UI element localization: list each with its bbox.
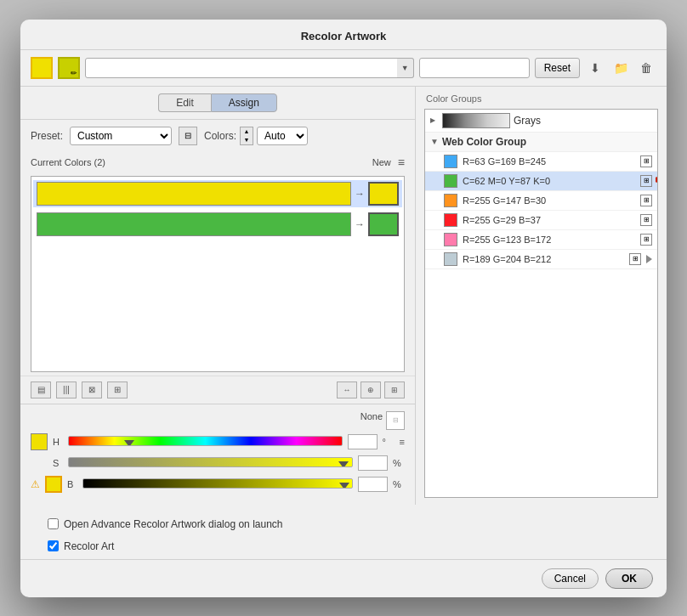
- preset-icon-btn[interactable]: ⊟: [179, 127, 197, 145]
- advance-checkbox-label: Open Advance Recolor Artwork dialog on l…: [64, 518, 283, 530]
- h-color-swatch: [31, 433, 48, 450]
- color-item-name-2: C=62 M=0 Y=87 K=0: [463, 176, 635, 186]
- color-item-icon-2[interactable]: ⊞: [640, 175, 652, 187]
- color-item-icon-3[interactable]: ⊞: [640, 195, 652, 206]
- s-value-input[interactable]: 100: [358, 455, 388, 471]
- h-track: [68, 436, 343, 446]
- triangle-right-icon[interactable]: [646, 255, 652, 263]
- grays-group-row[interactable]: ▶ Grays: [425, 110, 657, 133]
- footer: Cancel OK: [20, 559, 667, 597]
- color-item-icon-1[interactable]: ⊞: [640, 155, 652, 167]
- b-slider[interactable]: [82, 478, 353, 490]
- s-slider[interactable]: [68, 457, 353, 469]
- b-thumb: [339, 483, 349, 489]
- new-color-box-2[interactable]: [368, 212, 399, 236]
- b-value-input[interactable]: 100: [358, 477, 388, 492]
- color-item-name-4: R=255 G=29 B=37: [463, 215, 635, 225]
- toolbar: ✏ ▼ Artwork colors Reset ⬇ 📁 🗑: [20, 50, 667, 87]
- arrow-icon-1: →: [355, 188, 365, 200]
- grays-label: Grays: [514, 115, 652, 127]
- s-label: S: [53, 458, 63, 468]
- artwork-color-icon1[interactable]: [31, 57, 53, 79]
- web-group-header[interactable]: ▼ Web Color Group: [425, 133, 657, 152]
- resize-icon[interactable]: ↔: [337, 381, 357, 398]
- new-color-box-1[interactable]: [368, 182, 399, 206]
- h-value-input[interactable]: 60: [348, 434, 378, 449]
- row-icon-1[interactable]: ▤: [31, 381, 51, 398]
- auto-select[interactable]: Auto: [257, 127, 308, 145]
- s-thumb: [338, 461, 349, 467]
- right-panel: Color Groups ▶ Grays ▼ Web Color Group R…: [416, 87, 667, 505]
- dropdown-arrow[interactable]: ▼: [397, 58, 414, 78]
- current-color-bar-1[interactable]: [37, 182, 351, 206]
- colors-section: Colors: ▲ ▼ Auto: [204, 127, 308, 145]
- artwork-color-icon2[interactable]: ✏: [58, 57, 80, 79]
- b-color-swatch: [45, 476, 62, 493]
- color-item-icon-5[interactable]: ⊞: [640, 234, 652, 246]
- left-panel: Edit Assign Preset: Custom ⊟ Colors: ▲ ▼: [20, 87, 416, 505]
- color-row[interactable]: →: [33, 180, 402, 207]
- color-groups-label: Color Groups: [424, 93, 658, 104]
- color-item-row[interactable]: R=63 G=169 B=245 ⊞: [425, 152, 657, 172]
- row-icon-4[interactable]: ⊞: [107, 381, 128, 398]
- tab-bar: Edit Assign: [20, 87, 415, 120]
- color-row[interactable]: →: [33, 211, 402, 238]
- color-groups-area: ▶ Grays ▼ Web Color Group R=63 G=169 B=2…: [424, 109, 658, 498]
- colors-label: Colors:: [204, 130, 236, 142]
- h-menu-icon[interactable]: ≡: [400, 437, 405, 447]
- reset-button[interactable]: Reset: [535, 58, 580, 78]
- none-row: None ⊟: [31, 411, 405, 430]
- advance-checkbox[interactable]: [48, 518, 59, 529]
- color-item-row[interactable]: R=255 G=29 B=37 ⊞: [425, 211, 657, 230]
- color-group-dropdown[interactable]: [85, 58, 400, 78]
- menu-icon[interactable]: ≡: [398, 155, 405, 169]
- s-row: S 100 %: [31, 455, 405, 471]
- recolor-artwork-dialog: Recolor Artwork ✏ ▼ Artwork colors Reset…: [20, 20, 667, 597]
- title-text: Recolor Artwork: [301, 30, 387, 42]
- b-row: ⚠ B 100 %: [31, 476, 405, 493]
- footer-buttons: Cancel OK: [542, 568, 653, 589]
- spinner-up[interactable]: ▲: [241, 127, 253, 136]
- cancel-button[interactable]: Cancel: [542, 568, 599, 589]
- color-item-row[interactable]: R=189 G=204 B=212 ⊞: [425, 250, 657, 269]
- current-colors-header: Current Colors (2) New ≡: [20, 152, 415, 172]
- dialog-title: Recolor Artwork: [20, 20, 667, 50]
- color-item-icon-4[interactable]: ⊞: [640, 214, 652, 226]
- add-row-icon[interactable]: ⊕: [361, 381, 381, 398]
- color-item-icon-6[interactable]: ⊞: [629, 253, 641, 265]
- grays-chevron: ▶: [430, 116, 439, 124]
- color-dot-6: [444, 252, 457, 266]
- arrow-icon-2: →: [355, 218, 365, 230]
- bottom-icons-left: ▤ ||| ⊠ ⊞: [31, 381, 128, 398]
- color-item-row[interactable]: C=62 M=0 Y=87 K=0 ⊞: [425, 172, 657, 191]
- warning-icon: ⚠: [31, 478, 40, 490]
- grays-swatch: [442, 113, 510, 128]
- recolor-checkbox[interactable]: [48, 540, 59, 551]
- download-icon[interactable]: ⬇: [585, 58, 605, 78]
- none-icon[interactable]: ⊟: [386, 411, 405, 430]
- ok-button[interactable]: OK: [605, 568, 653, 589]
- colors-spinner[interactable]: ▲ ▼: [240, 127, 253, 145]
- trash-icon[interactable]: 🗑: [636, 58, 656, 78]
- color-item-row[interactable]: R=255 G=147 B=30 ⊞: [425, 191, 657, 211]
- grid-icon[interactable]: ⊞: [384, 381, 405, 398]
- folder-icon[interactable]: 📁: [610, 58, 631, 78]
- color-item-row[interactable]: R=255 G=123 B=172 ⊞: [425, 230, 657, 250]
- color-item-name-6: R=189 G=204 B=212: [463, 254, 624, 264]
- h-slider[interactable]: [68, 436, 343, 448]
- b-track: [82, 478, 353, 489]
- current-color-bar-2[interactable]: [37, 212, 351, 236]
- tab-edit[interactable]: Edit: [158, 93, 211, 112]
- b-unit: %: [393, 479, 405, 489]
- artwork-colors-input[interactable]: Artwork colors: [419, 58, 530, 78]
- color-dot-4: [444, 213, 457, 227]
- row-icon-3[interactable]: ⊠: [82, 381, 102, 398]
- preset-select[interactable]: Custom: [70, 127, 172, 145]
- spinner-down[interactable]: ▼: [241, 136, 253, 144]
- color-dot-2: [444, 174, 457, 188]
- preset-label: Preset:: [31, 130, 63, 142]
- b-label: B: [67, 479, 77, 489]
- row-icon-2[interactable]: |||: [56, 381, 77, 398]
- tab-assign[interactable]: Assign: [211, 93, 277, 112]
- preset-row: Preset: Custom ⊟ Colors: ▲ ▼ Auto: [20, 120, 415, 152]
